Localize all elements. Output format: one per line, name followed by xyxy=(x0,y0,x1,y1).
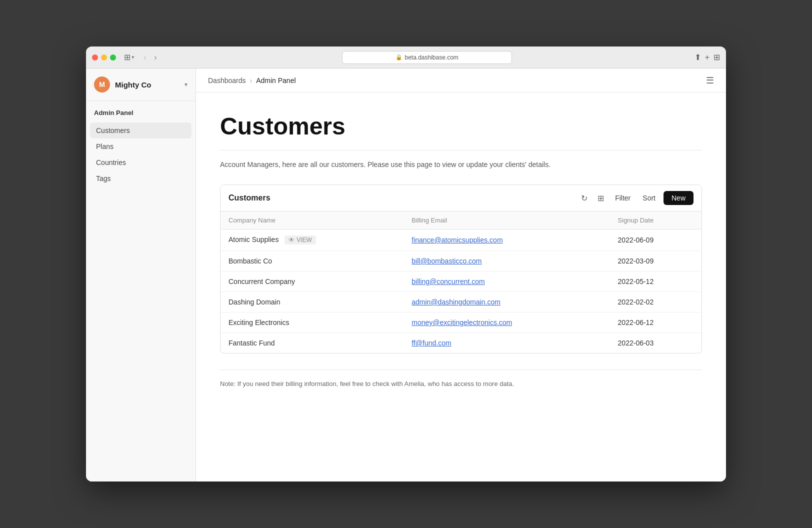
new-button[interactable]: New xyxy=(664,191,694,205)
cell-company: Bombastic Co xyxy=(220,251,404,272)
footnote: Note: If you need their billing informat… xyxy=(220,370,702,388)
minimize-button[interactable] xyxy=(101,54,107,60)
maximize-button[interactable] xyxy=(110,54,116,60)
breadcrumb-parent[interactable]: Dashboards xyxy=(208,76,246,84)
table-section-title: Customers xyxy=(228,194,578,202)
share-button[interactable]: ⬆ xyxy=(694,52,701,62)
main-content: Customers Account Managers, here are all… xyxy=(196,92,726,482)
url-bar: 🔒 beta.dashibase.com xyxy=(164,51,690,64)
traffic-lights xyxy=(92,54,116,60)
refresh-button[interactable]: ↻ xyxy=(578,192,590,205)
table-header-row: Company Name Billing Email Signup Date xyxy=(220,212,702,230)
breadcrumb-bar: Dashboards › Admin Panel ☰ xyxy=(196,68,726,92)
col-company-name: Company Name xyxy=(220,212,404,230)
app-body: M Mighty Co ▾ Admin Panel Customers Plan… xyxy=(86,68,726,482)
sidebar-nav: Customers Plans Countries Tags xyxy=(86,120,196,188)
table-row[interactable]: Bombastic Co bill@bombasticco.com 2022-0… xyxy=(220,251,702,272)
filter-button[interactable]: Filter xyxy=(611,192,634,204)
cell-signup: 2022-03-09 xyxy=(610,251,702,272)
breadcrumb-right-actions: ☰ xyxy=(706,75,714,86)
cell-signup: 2022-06-03 xyxy=(610,333,702,354)
main-area: Dashboards › Admin Panel ☰ Customers Acc… xyxy=(196,68,726,482)
customers-table: Company Name Billing Email Signup Date A… xyxy=(220,212,702,353)
url-text: beta.dashibase.com xyxy=(404,54,458,61)
table-row[interactable]: Fantastic Fund ff@fund.com 2022-06-03 xyxy=(220,333,702,354)
view-badge[interactable]: 👁 VIEW xyxy=(284,236,316,244)
table-row[interactable]: Exciting Electronics money@excitingelect… xyxy=(220,312,702,333)
nav-buttons: ‹ › xyxy=(140,52,160,63)
email-link[interactable]: billing@concurrent.com xyxy=(412,278,485,286)
email-link[interactable]: money@excitingelectronics.com xyxy=(412,318,512,326)
sidebar-chevron-icon: ▾ xyxy=(132,54,134,60)
avatar: M xyxy=(94,76,110,92)
cell-signup: 2022-05-12 xyxy=(610,272,702,292)
lock-icon: 🔒 xyxy=(396,54,402,60)
main-inner: Customers Account Managers, here are all… xyxy=(196,92,726,482)
cell-company: Exciting Electronics xyxy=(220,312,404,333)
col-billing-email: Billing Email xyxy=(404,212,610,230)
breadcrumb-current: Admin Panel xyxy=(256,76,296,84)
email-link[interactable]: admin@dashingdomain.com xyxy=(412,298,500,306)
org-name: Mighty Co xyxy=(115,80,180,89)
forward-button[interactable]: › xyxy=(151,52,160,63)
sidebar-icon: ⊞ xyxy=(124,52,130,62)
page-title: Customers xyxy=(220,112,702,140)
titlebar: ⊞ ▾ ‹ › 🔒 beta.dashibase.com ⬆ + ⊞ xyxy=(86,46,726,68)
cell-company: Dashing Domain xyxy=(220,292,404,312)
cell-email: bill@bombasticco.com xyxy=(404,251,610,272)
columns-button[interactable]: ⊞ xyxy=(594,192,607,205)
table-body: Atomic Supplies 👁 VIEW finance@atomicsup… xyxy=(220,230,702,354)
page-description: Account Managers, here are all our custo… xyxy=(220,150,702,168)
table-row[interactable]: Atomic Supplies 👁 VIEW finance@atomicsup… xyxy=(220,230,702,251)
sidebar-item-customers[interactable]: Customers xyxy=(90,122,192,138)
email-link[interactable]: finance@atomicsupplies.com xyxy=(412,236,502,244)
table-head: Company Name Billing Email Signup Date xyxy=(220,212,702,230)
table-header-bar: Customers ↻ ⊞ Filter Sort New xyxy=(220,185,702,212)
toolbar-actions: ⬆ + ⊞ xyxy=(694,52,720,62)
sidebar-toggle-button[interactable]: ⊞ ▾ xyxy=(124,52,134,62)
cell-signup: 2022-06-09 xyxy=(610,230,702,251)
email-link[interactable]: ff@fund.com xyxy=(412,339,451,347)
sidebar-item-plans[interactable]: Plans xyxy=(90,138,192,154)
cell-email: money@excitingelectronics.com xyxy=(404,312,610,333)
new-tab-button[interactable]: + xyxy=(705,53,710,62)
cell-signup: 2022-06-12 xyxy=(610,312,702,333)
breadcrumb-separator: › xyxy=(250,76,252,84)
table-actions: ↻ ⊞ Filter Sort New xyxy=(578,191,694,205)
sidebar-item-countries[interactable]: Countries xyxy=(90,154,192,170)
cell-email: ff@fund.com xyxy=(404,333,610,354)
sidebar-item-tags[interactable]: Tags xyxy=(90,170,192,186)
cell-company: Fantastic Fund xyxy=(220,333,404,354)
cell-company: Atomic Supplies 👁 VIEW xyxy=(220,230,404,251)
menu-icon[interactable]: ☰ xyxy=(706,75,714,86)
cell-email: billing@concurrent.com xyxy=(404,272,610,292)
cell-signup: 2022-02-02 xyxy=(610,292,702,312)
cell-company: Concurrent Company xyxy=(220,272,404,292)
sidebar-section-title: Admin Panel xyxy=(86,101,196,120)
col-signup-date: Signup Date xyxy=(610,212,702,230)
cell-email: admin@dashingdomain.com xyxy=(404,292,610,312)
table-row[interactable]: Dashing Domain admin@dashingdomain.com 2… xyxy=(220,292,702,312)
email-link[interactable]: bill@bombasticco.com xyxy=(412,257,482,265)
app-window: ⊞ ▾ ‹ › 🔒 beta.dashibase.com ⬆ + ⊞ M xyxy=(86,46,726,482)
table-row[interactable]: Concurrent Company billing@concurrent.co… xyxy=(220,272,702,292)
sidebar-header[interactable]: M Mighty Co ▾ xyxy=(86,68,196,101)
address-bar[interactable]: 🔒 beta.dashibase.com xyxy=(342,51,512,64)
cell-email: finance@atomicsupplies.com xyxy=(404,230,610,251)
grid-button[interactable]: ⊞ xyxy=(714,52,720,62)
customers-table-section: Customers ↻ ⊞ Filter Sort New xyxy=(220,184,702,354)
close-button[interactable] xyxy=(92,54,98,60)
sort-button[interactable]: Sort xyxy=(638,192,660,204)
org-dropdown-icon: ▾ xyxy=(184,81,188,88)
eye-icon: 👁 xyxy=(288,236,294,244)
back-button[interactable]: ‹ xyxy=(140,52,149,63)
sidebar: M Mighty Co ▾ Admin Panel Customers Plan… xyxy=(86,68,196,482)
